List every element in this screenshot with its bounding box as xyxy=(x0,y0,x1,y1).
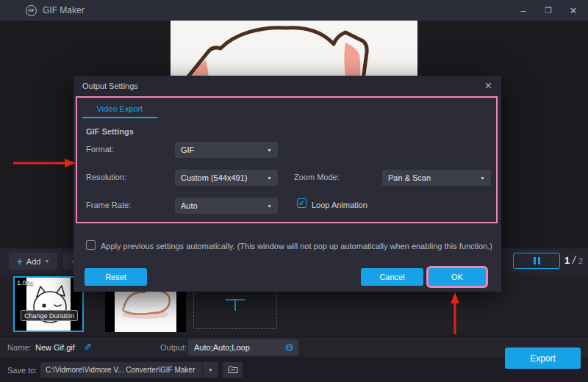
change-duration-button[interactable]: Change Duration xyxy=(21,310,78,321)
file-name-value: New Gif.gif xyxy=(35,343,75,352)
format-dropdown[interactable]: GIF ▼ xyxy=(175,142,278,158)
zoom-mode-dropdown[interactable]: Pan & Scan ▼ xyxy=(382,170,491,186)
text-insert-icon xyxy=(226,299,245,311)
close-button[interactable]: ✕ xyxy=(566,3,581,18)
zoom-mode-label: Zoom Mode: xyxy=(294,173,340,181)
loop-animation-label: Loop Animation xyxy=(312,201,368,209)
frame-duration-label: 1.00s xyxy=(17,279,33,286)
minimize-button[interactable]: – xyxy=(516,3,531,18)
zoom-mode-value: Pan & Scan xyxy=(388,173,480,182)
title-bar: GIF GIF Maker – ❐ ✕ xyxy=(0,0,588,21)
edit-pencil-icon[interactable]: ✎ xyxy=(84,342,92,353)
window-title: GIF Maker xyxy=(43,5,85,15)
resolution-value: Custom (544x491) xyxy=(181,173,267,182)
save-path-dropdown[interactable]: C:\Vidmore\Vidmore V... Converter\GIF Ma… xyxy=(40,362,218,378)
apply-previous-label: Apply previous settings automatically. (… xyxy=(101,242,492,251)
save-bar: Save to: C:\Vidmore\Vidmore V... Convert… xyxy=(0,358,588,382)
folder-icon xyxy=(228,366,238,374)
loop-animation-checkbox[interactable]: ✓ xyxy=(297,198,306,208)
chevron-down-icon: ▼ xyxy=(267,148,272,153)
save-path-value: C:\Vidmore\Vidmore V... Converter\GIF Ma… xyxy=(40,366,202,374)
maximize-button[interactable]: ❐ xyxy=(541,3,556,18)
export-button[interactable]: Export xyxy=(505,347,581,369)
frame-rate-dropdown[interactable]: Auto ▼ xyxy=(175,198,278,214)
gear-icon[interactable]: ⚙ xyxy=(284,342,294,353)
output-label: Output: xyxy=(160,343,187,352)
chevron-down-icon: ▼ xyxy=(44,259,49,264)
open-folder-button[interactable] xyxy=(223,362,243,378)
format-label: Format: xyxy=(86,145,114,154)
gif-settings-heading: GIF Settings xyxy=(86,127,134,136)
page-indicator: 1 / 2 xyxy=(564,254,583,266)
name-label: Name: xyxy=(7,343,31,352)
chevron-down-icon: ▼ xyxy=(267,203,272,209)
page-separator: / xyxy=(570,254,578,266)
apply-previous-checkbox[interactable] xyxy=(86,240,96,250)
format-value: GIF xyxy=(181,145,267,154)
add-label: Add xyxy=(26,257,41,266)
dialog-close-icon[interactable]: ✕ xyxy=(484,80,492,91)
resolution-dropdown[interactable]: Custom (544x491) ▼ xyxy=(175,170,278,186)
output-info-bar: Name: New Gif.gif ✎ Output: Auto;Auto;Lo… xyxy=(0,336,588,358)
output-settings-field[interactable]: Auto;Auto;Loop ⚙ xyxy=(188,339,298,356)
chevron-down-icon: ▼ xyxy=(267,176,272,181)
output-settings-value: Auto;Auto;Loop xyxy=(194,343,284,352)
active-tab-underline xyxy=(82,117,157,118)
frame-rate-value: Auto xyxy=(181,201,267,210)
page-total: 2 xyxy=(578,256,583,265)
save-to-label: Save to: xyxy=(7,366,37,375)
add-frame-button[interactable]: + Add ▼ xyxy=(9,253,57,270)
cancel-button[interactable]: Cancel xyxy=(361,268,423,286)
app-logo-icon: GIF xyxy=(26,5,37,16)
pause-button[interactable] xyxy=(513,253,560,269)
dialog-header: Output Settings ✕ xyxy=(74,76,501,96)
output-settings-dialog: Output Settings ✕ Video Export GIF Setti… xyxy=(74,76,501,292)
reset-button[interactable]: Reset xyxy=(85,268,147,286)
dialog-title: Output Settings xyxy=(82,82,138,90)
frame-rate-label: Frame Rate: xyxy=(86,201,131,209)
tab-video-export[interactable]: Video Export xyxy=(82,101,157,117)
pause-icon xyxy=(538,257,540,264)
chevron-down-icon[interactable]: ▼ xyxy=(202,362,218,378)
ok-button[interactable]: OK xyxy=(429,268,486,286)
pause-icon xyxy=(534,257,536,264)
chevron-down-icon: ▼ xyxy=(480,176,485,181)
resolution-label: Resolution: xyxy=(86,173,126,181)
plus-icon: + xyxy=(17,256,23,267)
